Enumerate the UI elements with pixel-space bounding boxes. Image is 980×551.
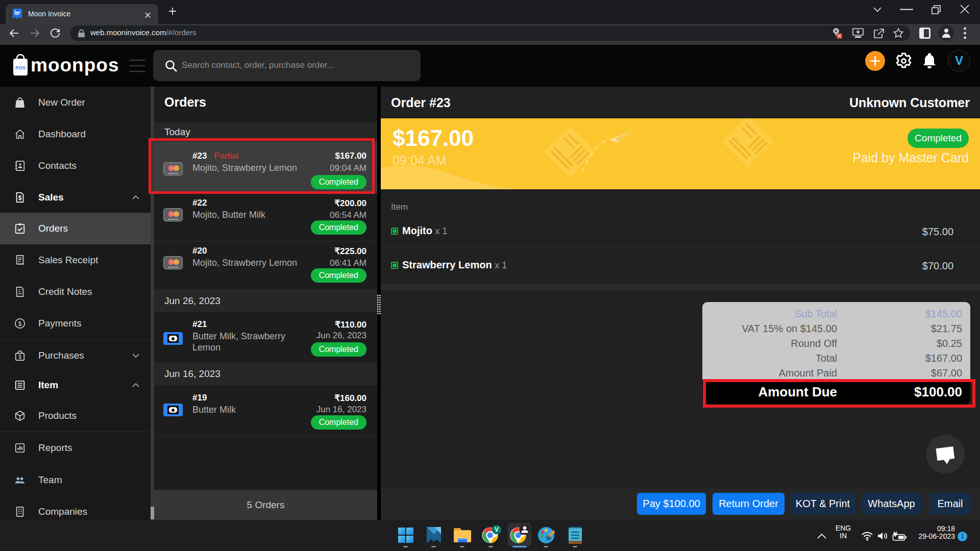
svg-text:$: $ xyxy=(18,320,22,328)
svg-text:C: C xyxy=(18,289,21,293)
svg-text:$: $ xyxy=(18,354,21,360)
svg-text:V: V xyxy=(495,526,499,533)
svg-text:$: $ xyxy=(18,194,22,202)
svg-text:POS: POS xyxy=(15,65,26,70)
